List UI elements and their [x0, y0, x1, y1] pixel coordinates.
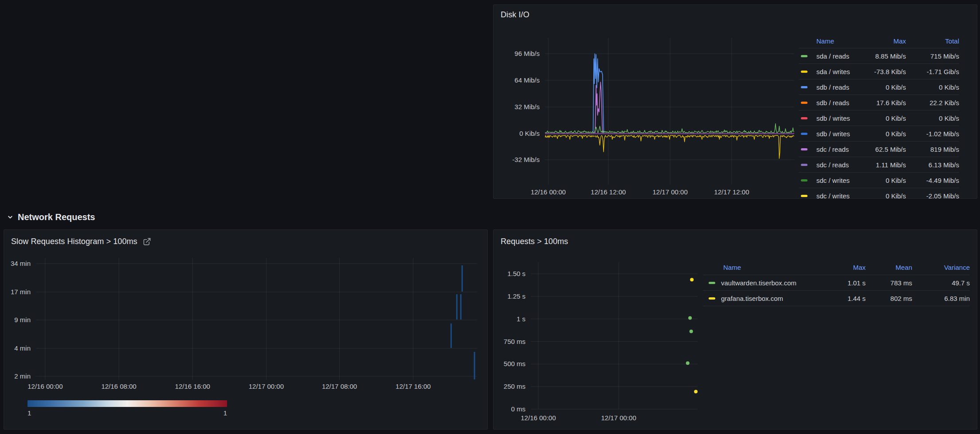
series-name[interactable]: sdb / writes [816, 114, 850, 122]
series-color-swatch [801, 55, 808, 57]
series-name[interactable]: sdb / writes [816, 130, 850, 138]
legend-value-max: 0 Kib/s [853, 130, 906, 138]
svg-text:96 Mib/s: 96 Mib/s [514, 50, 540, 57]
series-name[interactable]: sdb / reads [816, 99, 849, 107]
legend-value-total: 22.2 Kib/s [906, 99, 959, 107]
panel-slow-requests-histogram: Slow Requests Histogram > 100ms 12/16 00… [4, 229, 488, 430]
legend-value-variance: 49.7 s [912, 279, 970, 287]
legend-row[interactable]: sdb / writes0 Kib/s-1.02 Mib/s [799, 126, 959, 142]
series-name[interactable]: sda / writes [816, 68, 850, 75]
svg-text:32 Mib/s: 32 Mib/s [514, 103, 540, 110]
legend-value-max: 0 Kib/s [853, 114, 906, 122]
legend-header-name[interactable]: Name [703, 264, 823, 271]
series-color-swatch [801, 195, 808, 197]
legend-value-max: 8.85 Mib/s [853, 52, 906, 60]
requests-legend: Name Max Mean Variance vaultwarden.tiser… [703, 260, 974, 306]
legend-value-max: 17.6 Kib/s [853, 99, 906, 107]
svg-text:12/17 00:00: 12/17 00:00 [652, 188, 687, 196]
svg-text:500 ms: 500 ms [504, 360, 525, 367]
series-color-swatch [801, 102, 808, 104]
legend-value-max: 1.01 s [823, 279, 866, 287]
legend-value-max: 1.11 Mib/s [853, 161, 906, 169]
svg-text:12/16 00:00: 12/16 00:00 [521, 414, 556, 422]
legend-value-total: 715 Mib/s [906, 52, 959, 60]
legend-row[interactable]: sdc / reads62.5 Mib/s819 Mib/s [799, 142, 959, 157]
legend-value-total: -1.02 Mib/s [906, 130, 959, 138]
legend-header-total[interactable]: Total [906, 37, 959, 45]
legend-row[interactable]: sdc / writes0 Kib/s-2.05 Mib/s [799, 188, 959, 199]
legend-value-max: 62.5 Mib/s [853, 146, 906, 153]
legend-row[interactable]: grafana.tiserbox.com1.44 s802 ms6.83 min [703, 291, 970, 306]
legend-value-total: 0 Kib/s [906, 83, 959, 91]
series-name[interactable]: sda / reads [816, 52, 849, 60]
chevron-down-icon[interactable] [6, 213, 14, 221]
series-color-swatch [709, 282, 715, 284]
legend-value-variance: 6.83 min [912, 295, 970, 302]
grafana-dashboard: Disk I/O 12/16 00:0012/16 12:0012/17 00:… [0, 0, 980, 434]
legend-value-mean: 802 ms [866, 295, 912, 302]
svg-text:1 s: 1 s [517, 315, 525, 323]
legend-header-max[interactable]: Max [853, 37, 906, 45]
svg-text:1.50 s: 1.50 s [507, 270, 525, 277]
legend-row[interactable]: sdc / reads1.11 Mib/s6.13 Mib/s [799, 157, 959, 173]
legend-value-max: 1.44 s [823, 295, 866, 302]
heatmap-color-scale-labels: 1 1 [27, 409, 227, 417]
legend-row[interactable]: sda / writes-73.8 Kib/s-1.71 Gib/s [799, 64, 959, 79]
panel-disk-io: Disk I/O 12/16 00:0012/16 12:0012/17 00:… [493, 4, 977, 199]
disk-io-chart[interactable]: 12/16 00:0012/16 12:0012/17 00:0012/17 1… [496, 5, 800, 199]
series-name[interactable]: sdc / reads [816, 146, 849, 153]
legend-row[interactable]: sdb / reads17.6 Kib/s22.2 Kib/s [799, 95, 959, 110]
legend-value-max: 0 Kib/s [853, 192, 906, 199]
series-name[interactable]: sdc / reads [816, 161, 849, 169]
legend-value-max: 0 Kib/s [853, 83, 906, 91]
requests-legend-header: Name Max Mean Variance [703, 260, 970, 275]
legend-header-name[interactable]: Name [799, 37, 853, 45]
svg-text:17 min: 17 min [11, 288, 31, 296]
heatmap-color-scale [27, 400, 227, 407]
legend-value-total: 0 Kib/s [906, 114, 959, 122]
svg-text:-32 Mib/s: -32 Mib/s [512, 156, 540, 163]
series-color-swatch [801, 117, 808, 119]
svg-text:12/16 16:00: 12/16 16:00 [175, 383, 210, 390]
series-name[interactable]: sdc / writes [816, 192, 850, 199]
legend-header-variance[interactable]: Variance [912, 264, 970, 271]
svg-text:0 Kib/s: 0 Kib/s [519, 130, 540, 137]
row-network-requests[interactable]: Network Requests [6, 211, 95, 223]
svg-text:0 ms: 0 ms [511, 405, 525, 413]
legend-value-mean: 783 ms [866, 279, 912, 287]
series-name[interactable]: sdb / reads [816, 83, 849, 91]
svg-text:12/17 16:00: 12/17 16:00 [396, 383, 431, 390]
series-color-swatch [801, 71, 808, 73]
svg-text:12/17 00:00: 12/17 00:00 [249, 383, 284, 390]
legend-value-total: 819 Mib/s [906, 146, 959, 153]
svg-text:12/16 12:00: 12/16 12:00 [591, 188, 626, 196]
legend-row[interactable]: sdc / writes0 Kib/s-4.49 Mib/s [799, 173, 959, 188]
svg-text:12/16 08:00: 12/16 08:00 [101, 383, 136, 390]
legend-value-max: -73.8 Kib/s [853, 68, 906, 75]
legend-value-max: 0 Kib/s [853, 177, 906, 184]
legend-header-mean[interactable]: Mean [866, 264, 912, 271]
svg-text:4 min: 4 min [14, 344, 31, 352]
legend-value-total: 6.13 Mib/s [906, 161, 959, 169]
legend-row[interactable]: sdb / writes0 Kib/s0 Kib/s [799, 110, 959, 126]
legend-row[interactable]: vaultwarden.tiserbox.com1.01 s783 ms49.7… [703, 275, 970, 291]
svg-text:12/16 00:00: 12/16 00:00 [531, 188, 566, 196]
legend-header-max[interactable]: Max [823, 264, 866, 271]
slow-requests-heatmap-chart[interactable]: 12/16 00:0012/16 08:0012/16 16:0012/17 0… [7, 230, 486, 430]
series-name[interactable]: vaultwarden.tiserbox.com [721, 279, 796, 287]
legend-row[interactable]: sda / reads8.85 Mib/s715 Mib/s [799, 48, 959, 64]
svg-text:2 min: 2 min [14, 372, 31, 380]
legend-row[interactable]: sdb / reads0 Kib/s0 Kib/s [799, 79, 959, 95]
svg-text:12/17 12:00: 12/17 12:00 [714, 188, 749, 196]
svg-text:12/17 00:00: 12/17 00:00 [601, 414, 636, 422]
series-name[interactable]: grafana.tiserbox.com [721, 295, 783, 302]
series-color-swatch [801, 133, 808, 135]
disk-io-legend: Name Max Total sda / reads8.85 Mib/s715 … [799, 34, 975, 199]
series-color-swatch [709, 297, 715, 300]
svg-text:12/16 00:00: 12/16 00:00 [27, 383, 63, 390]
svg-text:750 ms: 750 ms [504, 338, 525, 345]
svg-text:12/17 08:00: 12/17 08:00 [322, 383, 357, 390]
series-name[interactable]: sdc / writes [816, 177, 850, 184]
panel-requests-over-100ms: Requests > 100ms 12/16 00:0012/17 00:001… [493, 229, 977, 430]
section-title[interactable]: Network Requests [18, 212, 95, 222]
